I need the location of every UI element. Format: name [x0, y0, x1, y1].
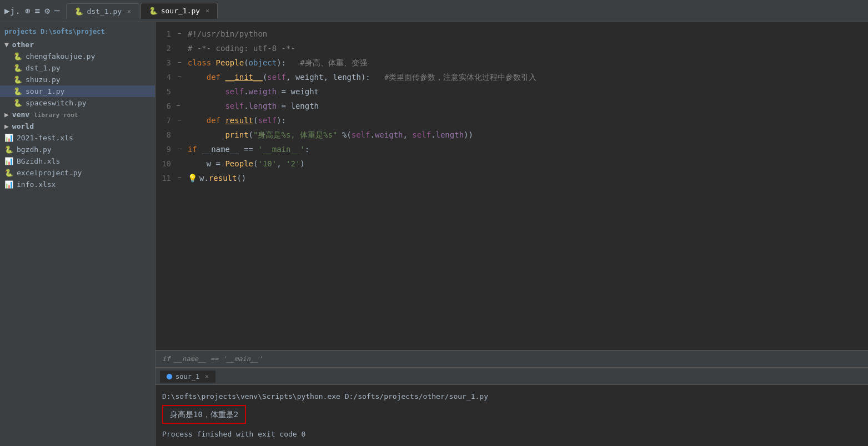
top-bar: ▶j. ⊕ ≡ ⚙ ─ 🐍 dst_1.py ✕ 🐍 sour_1.py ✕: [0, 0, 868, 22]
code-line-9: if __name__ == '__main__' :: [188, 142, 868, 156]
terminal-tab-bar: sour_1 ✕: [155, 368, 868, 385]
class-base: object: [249, 55, 277, 70]
fold-7[interactable]: ─: [178, 113, 181, 128]
sidebar-item-venv[interactable]: ▶ venv library root: [0, 109, 155, 120]
sidebar-item-spaceswitch[interactable]: 🐍 spaceswitch.py: [0, 97, 155, 109]
dunder-name: __name__: [202, 142, 244, 156]
py-icon-excelproject: 🐍: [4, 169, 13, 177]
xls-icon-infoxlsx: 📊: [4, 180, 13, 189]
fold-9[interactable]: ─: [178, 142, 181, 156]
init-method: __init__: [225, 70, 262, 84]
self6: self: [225, 99, 244, 113]
comma8: ,: [403, 128, 413, 142]
self8b: self: [412, 128, 431, 142]
str-2: '2': [286, 156, 300, 171]
sidebar-item-sour1[interactable]: 🐍 sour_1.py: [0, 85, 155, 97]
init-paren: (: [263, 70, 267, 84]
xls-icon-2021test: 📊: [4, 134, 13, 142]
result-paren: (: [253, 113, 258, 128]
py-icon-chengfakoujue: 🐍: [13, 52, 22, 60]
py-icon-dst1: 🐍: [13, 64, 22, 72]
indent8: [188, 128, 225, 142]
tab-dst1[interactable]: 🐍 dst_1.py ✕: [66, 3, 139, 19]
terminal-tab-sour1[interactable]: sour_1 ✕: [160, 371, 215, 383]
sidebar-label-excelproject: excelproject.py: [17, 169, 82, 177]
length6: length: [249, 99, 277, 113]
code-line-8: print ( "身高是%s, 体重是%s" %( self . weigth …: [188, 128, 868, 142]
sidebar-item-dst1[interactable]: 🐍 dst_1.py: [0, 62, 155, 74]
indent6: [188, 99, 225, 113]
self-param: self: [267, 70, 286, 84]
py-icon-spaceswitch: 🐍: [13, 99, 22, 107]
main-content: projects D:\softs\project ▼ other 🐍 chen…: [0, 22, 868, 446]
sidebar-item-infoxlsx[interactable]: 📊 info.xlsx: [0, 179, 155, 190]
sidebar-label-venv: venv library root: [12, 110, 78, 119]
sidebar-item-2021test[interactable]: 📊 2021-test.xls: [0, 132, 155, 144]
paren-close-colon: ):: [277, 55, 300, 70]
logo-icon[interactable]: ▶j.: [4, 6, 21, 16]
sidebar-item-excelproject[interactable]: 🐍 excelproject.py: [0, 167, 155, 179]
line-numbers: 1 ─ 2 3 ─ 4 ─ 5 6: [155, 22, 183, 350]
py-icon-shuzu: 🐍: [13, 75, 22, 84]
print-fn: print: [225, 128, 248, 142]
close8: )): [464, 128, 473, 142]
code-editor[interactable]: 1 ─ 2 3 ─ 4 ─ 5 6: [155, 22, 868, 350]
sidebar-label-bgzdh: bgzdh.py: [17, 145, 52, 154]
sidebar-item-chengfakoujue[interactable]: 🐍 chengfakoujue.py: [0, 50, 155, 62]
code-line-11: 💡 w. result (): [188, 171, 868, 185]
main-str: '__main__': [258, 142, 304, 156]
layout-icon[interactable]: ≡: [35, 6, 41, 16]
tab-sour1-close[interactable]: ✕: [205, 7, 209, 14]
kw-if: if: [188, 142, 202, 156]
self5: self: [225, 84, 244, 99]
sidebar-label-spaceswitch: spaceswitch.py: [26, 99, 87, 107]
add-icon[interactable]: ⊕: [25, 6, 31, 16]
fold-6[interactable]: ─: [177, 99, 180, 113]
sidebar-item-world[interactable]: ▶ world: [0, 120, 155, 132]
sidebar-label-world: world: [12, 122, 34, 130]
terminal-output-wrapper: 身高是10，体重是2: [162, 405, 861, 426]
line-num-11: 11 ─: [155, 171, 177, 185]
dot8a: .: [370, 128, 374, 142]
py-icon-sour1: 🐍: [13, 87, 22, 95]
sidebar-item-other-label: other: [12, 40, 34, 49]
settings-icon[interactable]: ⚙: [44, 6, 50, 16]
folder-icon-world: ▶: [4, 122, 9, 130]
fold-3[interactable]: ─: [178, 55, 181, 70]
code-content: 1 ─ 2 3 ─ 4 ─ 5 6: [155, 22, 868, 350]
tab-dst1-close[interactable]: ✕: [127, 8, 131, 15]
sidebar-item-bgzidh[interactable]: 📊 BGzidh.xls: [0, 155, 155, 167]
terminal-tab-close[interactable]: ✕: [205, 373, 209, 380]
minimize-icon[interactable]: ─: [54, 6, 60, 16]
weight-param: weight, length: [295, 70, 361, 84]
people-call: People: [225, 156, 253, 171]
self8a: self: [352, 128, 370, 142]
result-colon: ):: [277, 113, 286, 128]
fold-4[interactable]: ─: [178, 70, 181, 84]
sidebar-header: projects D:\softs\project: [0, 24, 155, 39]
bulb-icon[interactable]: 💡: [188, 171, 197, 185]
paren-open: (: [244, 55, 248, 70]
indent10: [188, 156, 207, 171]
eq-op: ==: [244, 142, 258, 156]
dot8b: .: [431, 128, 435, 142]
top-bar-icons: ▶j. ⊕ ≡ ⚙ ─: [4, 6, 59, 16]
fold-11[interactable]: ─: [178, 171, 181, 185]
xls-icon-bgzidh: 📊: [4, 157, 13, 165]
separator-text: if __name__ == '__main__': [162, 355, 263, 363]
sidebar-item-bgzdh[interactable]: 🐍 bgzdh.py: [0, 144, 155, 155]
self7: self: [258, 113, 277, 128]
print-paren8: (: [249, 128, 253, 142]
str-10: '10': [258, 156, 277, 171]
assign5: = weight: [277, 84, 319, 99]
fold-1[interactable]: ─: [178, 27, 181, 41]
weigth5: weigth: [249, 84, 277, 99]
close-colon4: ):: [361, 70, 384, 84]
sidebar-item-other[interactable]: ▼ other: [0, 39, 155, 50]
coding-comment: # -*- coding: utf-8 -*-: [188, 41, 295, 55]
colon9: :: [305, 142, 309, 156]
close10: ): [300, 156, 304, 171]
sidebar-item-shuzu[interactable]: 🐍 shuzu.py: [0, 74, 155, 85]
tab-sour1[interactable]: 🐍 sour_1.py ✕: [141, 3, 218, 19]
terminal-tab-label: sour_1: [175, 373, 199, 381]
